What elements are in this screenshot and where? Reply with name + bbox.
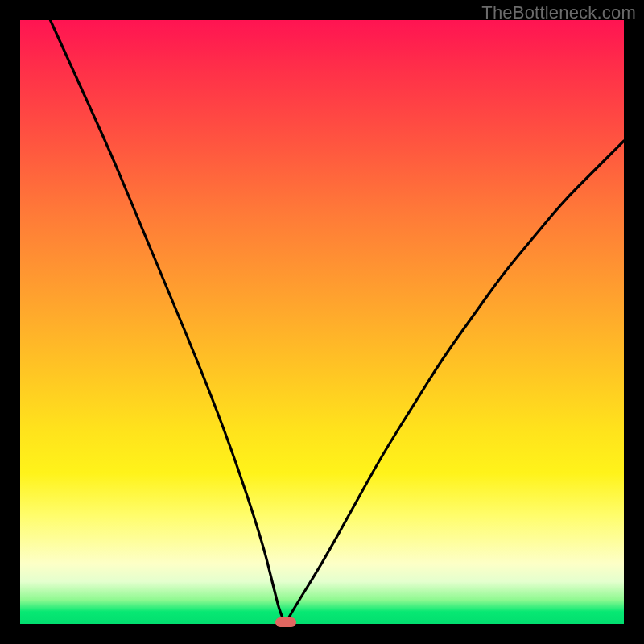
chart-frame: TheBottleneck.com [0, 0, 644, 644]
plot-area [20, 20, 624, 624]
bottleneck-curve [20, 20, 624, 624]
minimum-marker [275, 617, 296, 627]
